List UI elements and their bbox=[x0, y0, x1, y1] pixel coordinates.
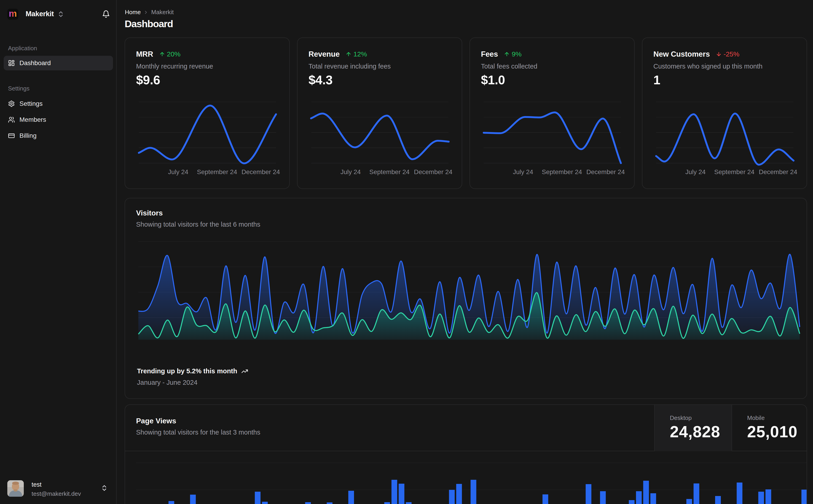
svg-text:December 24: December 24 bbox=[586, 168, 625, 175]
svg-text:September 24: September 24 bbox=[197, 168, 237, 175]
svg-text:July 24: July 24 bbox=[685, 168, 706, 175]
svg-text:September 24: September 24 bbox=[714, 168, 755, 175]
svg-text:September 24: September 24 bbox=[542, 168, 582, 175]
svg-text:December 24: December 24 bbox=[414, 168, 452, 175]
svg-text:July 24: July 24 bbox=[513, 168, 533, 175]
svg-text:July 24: July 24 bbox=[168, 168, 188, 175]
svg-text:July 24: July 24 bbox=[341, 168, 361, 175]
svg-text:September 24: September 24 bbox=[369, 168, 410, 175]
svg-text:December 24: December 24 bbox=[759, 168, 797, 175]
svg-text:December 24: December 24 bbox=[242, 168, 280, 175]
